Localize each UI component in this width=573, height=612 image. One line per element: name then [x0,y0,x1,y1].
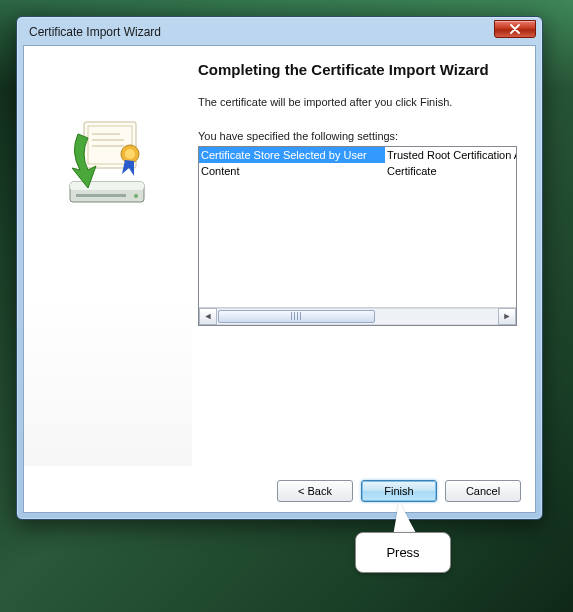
settings-label: You have specified the following setting… [198,130,517,142]
wizard-heading: Completing the Certificate Import Wizard [198,60,517,80]
horizontal-scrollbar[interactable]: ◄ ► [199,307,516,325]
cancel-button[interactable]: Cancel [445,480,521,502]
certificate-wizard-icon [62,104,162,214]
window-title: Certificate Import Wizard [29,25,161,39]
table-row[interactable]: Content Certificate [199,163,516,179]
scroll-left-button[interactable]: ◄ [199,308,217,325]
close-button[interactable] [494,20,536,38]
scroll-right-button[interactable]: ► [498,308,516,325]
finish-button[interactable]: Finish [361,480,437,502]
callout-text: Press [355,532,451,573]
button-row: < Back Finish Cancel [277,480,521,502]
setting-value: Certificate [385,163,516,179]
svg-rect-1 [70,182,144,190]
svg-point-3 [134,194,138,198]
setting-name: Certificate Store Selected by User [199,147,385,163]
wizard-description: The certificate will be imported after y… [198,96,517,108]
client-area: Completing the Certificate Import Wizard… [23,45,536,513]
close-icon [509,24,521,34]
table-row[interactable]: Certificate Store Selected by User Trust… [199,147,516,163]
scroll-thumb[interactable] [218,310,375,323]
setting-value: Trusted Root Certification Authorities [385,147,516,163]
back-button[interactable]: < Back [277,480,353,502]
scroll-track[interactable] [217,308,498,325]
wizard-window: Certificate Import Wizard [16,16,543,520]
settings-listbox[interactable]: Certificate Store Selected by User Trust… [198,146,517,326]
wizard-sidebar [24,46,192,466]
annotation-callout: Press [355,532,451,573]
setting-name: Content [199,163,385,179]
titlebar[interactable]: Certificate Import Wizard [23,23,536,45]
wizard-main: Completing the Certificate Import Wizard… [192,46,535,466]
svg-rect-2 [76,194,126,197]
svg-point-10 [125,149,135,159]
